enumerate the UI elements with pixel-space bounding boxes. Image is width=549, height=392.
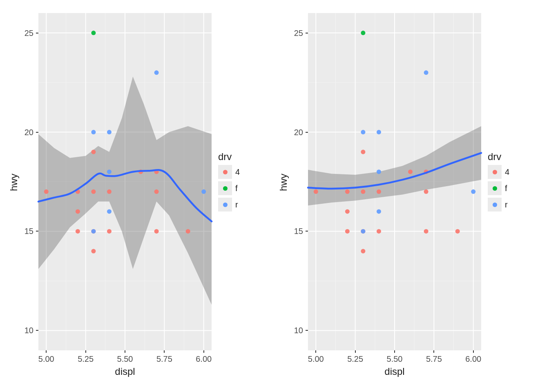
- legend-key: [488, 181, 502, 195]
- data-point: [361, 249, 365, 254]
- data-point: [345, 189, 350, 194]
- data-point: [154, 70, 159, 75]
- data-point: [76, 209, 80, 214]
- x-tick-label: 5.25: [347, 354, 363, 364]
- data-point: [377, 229, 381, 234]
- x-tick-label: 5.75: [426, 354, 442, 364]
- y-tick-mark: [306, 231, 308, 232]
- legend-key: [488, 165, 502, 179]
- legend: drv 4fr: [488, 151, 524, 214]
- y-tick-label: 25: [287, 28, 303, 38]
- left-chart: hwy displ drv 4fr 101520255.005.255.505.…: [0, 0, 270, 392]
- data-point: [345, 209, 350, 214]
- x-tick-label: 5.00: [38, 354, 54, 364]
- data-point: [76, 229, 80, 234]
- data-point: [107, 209, 112, 214]
- x-axis-title: displ: [38, 366, 212, 377]
- data-point: [455, 229, 460, 234]
- legend-label: 4: [505, 167, 509, 177]
- data-point: [361, 31, 365, 35]
- legend-key: [488, 198, 502, 212]
- data-point: [154, 229, 159, 234]
- right-chart: hwy displ drv 4fr 101520255.005.255.505.…: [270, 0, 539, 392]
- data-point: [377, 169, 381, 174]
- data-point: [91, 150, 96, 154]
- legend-item-f: f: [218, 181, 255, 195]
- x-tick-label: 5.75: [156, 354, 172, 364]
- x-tick-mark: [433, 350, 434, 353]
- x-tick-mark: [473, 350, 474, 353]
- x-tick-label: 6.00: [196, 354, 212, 364]
- y-tick-mark: [36, 231, 38, 232]
- data-point: [377, 189, 381, 194]
- data-point: [345, 229, 350, 234]
- x-tick-label: 5.25: [78, 354, 94, 364]
- y-tick-label: 25: [17, 28, 33, 38]
- y-tick-label: 15: [287, 227, 303, 236]
- data-point: [91, 189, 96, 194]
- data-point: [424, 229, 428, 234]
- y-tick-mark: [36, 330, 38, 331]
- data-point: [361, 189, 365, 194]
- data-point: [377, 130, 381, 134]
- x-tick-mark: [355, 350, 356, 353]
- y-tick-mark: [36, 33, 38, 33]
- y-tick-mark: [306, 132, 308, 133]
- data-point: [361, 130, 365, 134]
- left-plot-area: [38, 13, 212, 350]
- data-point: [408, 169, 413, 174]
- x-tick-mark: [315, 350, 316, 353]
- data-point: [107, 189, 112, 194]
- legend-label: r: [235, 200, 238, 209]
- legend-dot-icon: [223, 186, 228, 191]
- x-tick-mark: [46, 350, 47, 353]
- x-tick-mark: [203, 350, 204, 353]
- legend-title: drv: [488, 151, 524, 163]
- data-point: [314, 189, 318, 194]
- right-plot-area: [308, 13, 481, 350]
- data-point: [424, 70, 428, 75]
- legend-dot-icon: [223, 170, 228, 174]
- data-point: [377, 209, 381, 214]
- data-point: [361, 150, 365, 154]
- y-axis-title: hwy: [278, 174, 289, 191]
- legend-key: [218, 181, 232, 195]
- data-point: [91, 130, 96, 134]
- y-tick-mark: [306, 33, 308, 33]
- data-point: [44, 189, 49, 194]
- x-axis-title: displ: [308, 366, 481, 377]
- legend-dot-icon: [223, 203, 228, 207]
- y-tick-label: 15: [17, 227, 33, 236]
- legend-key: [218, 198, 232, 212]
- legend-key: [218, 165, 232, 179]
- data-point: [201, 189, 206, 194]
- data-point: [361, 229, 365, 234]
- data-point: [91, 31, 96, 35]
- x-tick-mark: [164, 350, 165, 353]
- legend-label: f: [235, 184, 238, 193]
- y-tick-label: 20: [17, 127, 33, 137]
- data-point: [107, 130, 112, 134]
- x-tick-label: 6.00: [465, 354, 481, 364]
- x-tick-label: 5.50: [117, 354, 133, 364]
- legend-item-f: f: [488, 181, 524, 195]
- data-point: [91, 249, 96, 254]
- legend-dot-icon: [493, 170, 497, 174]
- data-point: [471, 189, 475, 194]
- data-point: [107, 169, 112, 174]
- legend-item-4: 4: [488, 165, 524, 179]
- y-tick-label: 10: [287, 326, 303, 335]
- legend-item-r: r: [488, 198, 524, 212]
- y-axis-title: hwy: [8, 174, 20, 191]
- legend-dot-icon: [493, 186, 497, 191]
- data-point: [154, 189, 159, 194]
- figure: hwy displ drv 4fr 101520255.005.255.505.…: [0, 0, 549, 392]
- data-point: [186, 229, 190, 234]
- legend-item-r: r: [218, 198, 255, 212]
- x-tick-label: 5.50: [387, 354, 403, 364]
- y-tick-mark: [36, 132, 38, 133]
- data-point: [424, 189, 428, 194]
- legend-title: drv: [218, 151, 255, 163]
- y-tick-label: 20: [287, 127, 303, 137]
- legend-dot-icon: [493, 203, 497, 207]
